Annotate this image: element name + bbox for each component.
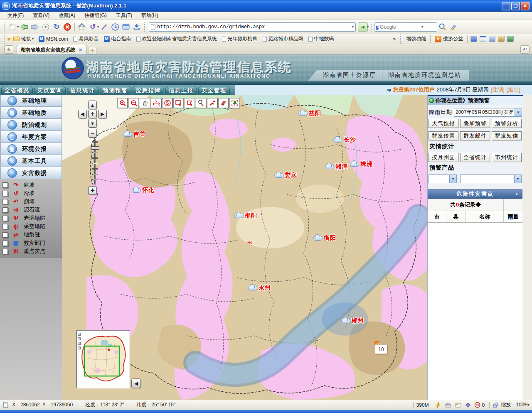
overview-collapse-button[interactable]: ◀ (131, 379, 141, 388)
nav-info-report[interactable]: 信息上报 (165, 86, 197, 95)
tab-active[interactable]: 湖南省地质灾害信息系统 ✕ (17, 45, 86, 54)
notes-icon[interactable] (489, 36, 495, 42)
address-dropdown[interactable]: ▼ (351, 25, 355, 29)
new-window-icon[interactable]: ✦ (455, 402, 462, 408)
link-milu[interactable]: 觅路城市精品网 (260, 35, 306, 43)
stop-button[interactable] (62, 22, 73, 32)
go-button[interactable]: ➜ (358, 22, 368, 32)
menu-groups[interactable]: 快捷组(G) (80, 11, 111, 20)
circle-select-tool[interactable] (196, 98, 206, 108)
linksbar-grip[interactable] (4, 34, 5, 44)
nav-emergency-command[interactable]: 应急指挥 (133, 86, 164, 95)
sidebar-section-prevention-planning[interactable]: ✎防治规划 (0, 119, 62, 131)
pan-up-button[interactable]: ▲ (88, 101, 97, 109)
new-tab-button[interactable]: ✚ (88, 47, 96, 54)
logout-link[interactable]: [注销] (491, 86, 505, 93)
new-page-button[interactable]: ✦ (7, 22, 18, 32)
zoom-dropdown[interactable]: ▾ (528, 403, 530, 407)
cube-icon[interactable] (507, 36, 514, 42)
mass-fax-button[interactable]: 群发传真 (429, 131, 458, 140)
warning-flag-marker[interactable]: 10 (375, 345, 387, 354)
city-marker-yiyang[interactable]: 益阳 (298, 110, 321, 117)
link-zhongdi[interactable]: 中地数码 (306, 35, 337, 43)
download-button[interactable] (131, 22, 142, 32)
pan-down-button[interactable]: ▼ (88, 119, 97, 128)
mass-email-button[interactable]: 群发邮件 (460, 131, 490, 140)
menu-help[interactable]: 帮助(H) (137, 11, 163, 20)
link-baofeng[interactable]: 暴风影音 (71, 35, 101, 43)
menu-favorites[interactable]: 收藏(A) (54, 11, 79, 20)
pan-center-button[interactable]: ✛ (88, 110, 97, 118)
product-type-select[interactable]: ▼ (429, 175, 457, 183)
sidebar-section-disaster-data[interactable]: ◔灾害数据 (0, 167, 62, 179)
proxy-icon[interactable] (444, 402, 451, 408)
warning-analysis-button[interactable]: 预警分析 (492, 119, 522, 128)
pens-icon[interactable] (498, 36, 505, 42)
link-radio[interactable]: M电台指南 (101, 35, 134, 43)
sidebar-section-basic-tools[interactable]: ⚒基本工具 (0, 155, 62, 167)
forward-button[interactable] (30, 22, 40, 32)
maximize-button[interactable]: ❐ (511, 2, 520, 10)
danger-points-header[interactable]: 危险性灾害点 » (428, 189, 522, 199)
city-marker-changsha[interactable]: 长沙 (333, 136, 356, 144)
sessions-button[interactable]: ↔ (121, 22, 131, 32)
boost-bolt-icon[interactable] (435, 402, 441, 408)
home-button[interactable] (76, 22, 87, 32)
links-overflow-chevron[interactable]: » (393, 36, 396, 42)
history-dropdown-button[interactable] (40, 22, 51, 32)
polygon-select-tool[interactable] (185, 98, 195, 108)
history-clock-button[interactable] (110, 22, 121, 32)
find-button[interactable] (437, 22, 448, 32)
sidebar-section-env-bulletin[interactable]: ▣环境公报 (0, 143, 62, 155)
close-button[interactable]: ✕ (521, 2, 530, 10)
overview-map[interactable]: ★ (76, 330, 130, 388)
go-dropdown[interactable]: ▾ (367, 25, 369, 29)
toolbar-grip[interactable] (4, 22, 5, 32)
magic-fill-button[interactable]: ★ (99, 22, 110, 32)
addressbar-grip[interactable] (144, 22, 145, 32)
zoom-slider-handle[interactable] (91, 146, 99, 150)
overview-tools[interactable] (77, 333, 81, 349)
zoom-in-button[interactable]: ✚ (88, 186, 97, 195)
zoom-in-tool[interactable] (117, 98, 128, 108)
city-marker-loudi[interactable]: 娄底 (274, 172, 297, 179)
layer-collapse-checkbox[interactable] (2, 199, 8, 204)
menu-tools[interactable]: 工具(T) (112, 11, 136, 20)
city-stats-button[interactable]: 市州统计 (492, 153, 522, 162)
undo-button[interactable]: ↺ (87, 22, 98, 32)
search-input[interactable] (380, 24, 421, 30)
mass-sms-button[interactable]: 群发短信 (492, 131, 522, 140)
province-stats-button[interactable]: 全省统计 (460, 153, 490, 162)
link-hunan-system[interactable]: 欢迎登陆湖南省地质灾害信息系统 (134, 35, 219, 43)
city-marker-xiangtan[interactable]: 湘潭 (325, 163, 348, 170)
link-geo-monitoring[interactable]: 湖南省地质环境监测总站 (388, 71, 461, 79)
city-marker-yongzhou[interactable]: 永州 (248, 284, 271, 292)
collapse-chevron-icon[interactable]: » (515, 192, 520, 196)
nav-forecast-warning[interactable]: 预测预警 (100, 86, 131, 95)
refresh-button[interactable]: ↻ (51, 22, 62, 32)
overlay-warning-button[interactable]: 叠加预警 (460, 119, 490, 128)
city-marker-chenzhou[interactable]: 郴州 (341, 317, 364, 324)
ad-block-icon[interactable] (474, 402, 480, 408)
exit-link[interactable]: [退出] (507, 86, 520, 93)
layer-mining-collapse-checkbox[interactable] (2, 224, 8, 229)
link-land-resources[interactable]: 湖南省国土资源厅 (323, 71, 376, 79)
city-marker-jishou[interactable]: 吉首 (123, 130, 146, 138)
layer-slope-checkbox[interactable] (2, 182, 8, 188)
monthly-county-button[interactable]: 按月州县 (429, 153, 458, 162)
links-folder[interactable]: 链接▾ (11, 35, 36, 43)
menu-view[interactable]: 查看(V) (29, 11, 54, 20)
tab-close-icon[interactable]: ✕ (79, 47, 82, 53)
layer-debris-flow-checkbox[interactable] (2, 207, 8, 213)
layer-landslide-checkbox[interactable] (2, 191, 8, 196)
city-marker-zhuzhou[interactable]: 株洲 (350, 160, 373, 168)
nav-disaster-query[interactable]: 灾点查询 (34, 86, 66, 95)
nav-info-statistics[interactable]: 信息统计 (67, 86, 99, 95)
layer-karst-collapse-checkbox[interactable] (2, 216, 8, 221)
layer-key-disaster-checkbox[interactable] (2, 249, 8, 254)
plugin-diamond-icon[interactable] (465, 402, 471, 408)
weather-forecast-button[interactable]: 天气预报 (429, 119, 458, 128)
rect-select-tool[interactable] (173, 98, 184, 108)
search-grip[interactable] (371, 22, 372, 32)
highlight-button[interactable] (448, 22, 459, 32)
